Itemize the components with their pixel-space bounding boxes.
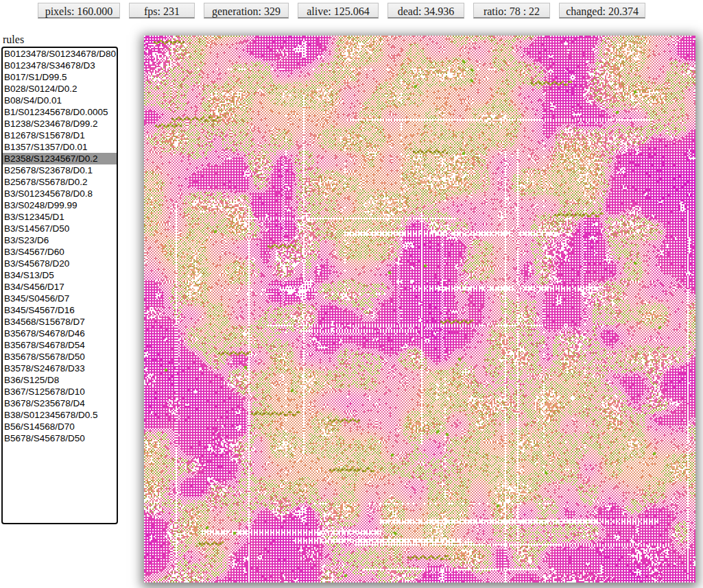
rule-item[interactable]: B1238/S234678/D99.2 bbox=[3, 118, 117, 130]
rule-item[interactable]: B56/S14568/D70 bbox=[3, 421, 117, 432]
rule-item[interactable]: B367/S125678/D10 bbox=[3, 386, 117, 397]
rule-item[interactable]: B3/S012345678/D0.8 bbox=[3, 188, 117, 199]
rule-item[interactable]: B38/S012345678/D0.5 bbox=[3, 409, 117, 421]
rule-item[interactable]: B028/S0124/D0.2 bbox=[3, 83, 117, 95]
rule-item[interactable]: B3678/S235678/D4 bbox=[3, 397, 117, 409]
app: pixels: 160.000 fps: 231 generation: 329… bbox=[0, 0, 703, 588]
rule-item[interactable]: B34/S13/D5 bbox=[3, 269, 117, 281]
rule-item[interactable]: B3/S0248/D99.99 bbox=[3, 199, 117, 211]
rule-item[interactable]: B0123478/S34678/D3 bbox=[3, 60, 117, 71]
stat-pixels: pixels: 160.000 bbox=[38, 3, 120, 19]
stat-ratio: ratio: 78 : 22 bbox=[473, 3, 550, 19]
stat-generation: generation: 329 bbox=[204, 3, 289, 19]
stats-bar: pixels: 160.000 fps: 231 generation: 329… bbox=[38, 3, 645, 19]
rule-item[interactable]: B3578/S24678/D33 bbox=[3, 363, 117, 374]
rule-item[interactable]: B3/S14567/D50 bbox=[3, 223, 117, 234]
rule-item[interactable]: B08/S4/D0.01 bbox=[3, 95, 117, 106]
rule-item[interactable]: B35678/S5678/D50 bbox=[3, 351, 117, 363]
rule-item[interactable]: B35678/S4678/D54 bbox=[3, 339, 117, 351]
rule-item[interactable]: B1357/S1357/D0.01 bbox=[3, 141, 117, 153]
rule-item[interactable]: B345/S4567/D16 bbox=[3, 304, 117, 316]
rule-item[interactable]: B12678/S15678/D1 bbox=[3, 130, 117, 141]
rule-item[interactable]: B34568/S15678/D7 bbox=[3, 316, 117, 328]
simulation-canvas[interactable] bbox=[144, 36, 695, 583]
rule-item[interactable]: B345/S0456/D7 bbox=[3, 293, 117, 304]
stat-fps: fps: 231 bbox=[129, 3, 195, 19]
stat-changed: changed: 20.374 bbox=[559, 3, 645, 19]
rules-list[interactable]: B0123478/S01234678/D80B0123478/S34678/D3… bbox=[1, 47, 118, 524]
rule-item[interactable]: B0123478/S01234678/D80 bbox=[3, 48, 117, 60]
rule-item[interactable]: B3/S23/D6 bbox=[3, 234, 117, 246]
rule-item[interactable]: B1/S012345678/D0.0005 bbox=[3, 106, 117, 118]
rule-item[interactable]: B3/S45678/D20 bbox=[3, 258, 117, 269]
rule-item[interactable]: B3/S4567/D60 bbox=[3, 246, 117, 258]
rule-item[interactable]: B017/S1/D99.5 bbox=[3, 71, 117, 83]
rule-item[interactable]: B34/S456/D17 bbox=[3, 281, 117, 293]
rule-item[interactable]: B25678/S5678/D0.2 bbox=[3, 176, 117, 188]
rule-item[interactable]: B25678/S23678/D0.1 bbox=[3, 164, 117, 176]
stat-alive: alive: 125.064 bbox=[298, 3, 379, 19]
rule-item[interactable]: B36/S125/D8 bbox=[3, 374, 117, 386]
simulation-panel bbox=[144, 36, 695, 583]
rules-list-label: rules bbox=[3, 34, 24, 46]
rule-item[interactable]: B3/S12345/D1 bbox=[3, 211, 117, 223]
rule-item[interactable]: B5678/S45678/D50 bbox=[3, 432, 117, 444]
stat-dead: dead: 34.936 bbox=[388, 3, 464, 19]
rule-item[interactable]: B2358/S1234567/D0.2 bbox=[3, 153, 117, 164]
rule-item[interactable]: B35678/S4678/D46 bbox=[3, 328, 117, 339]
